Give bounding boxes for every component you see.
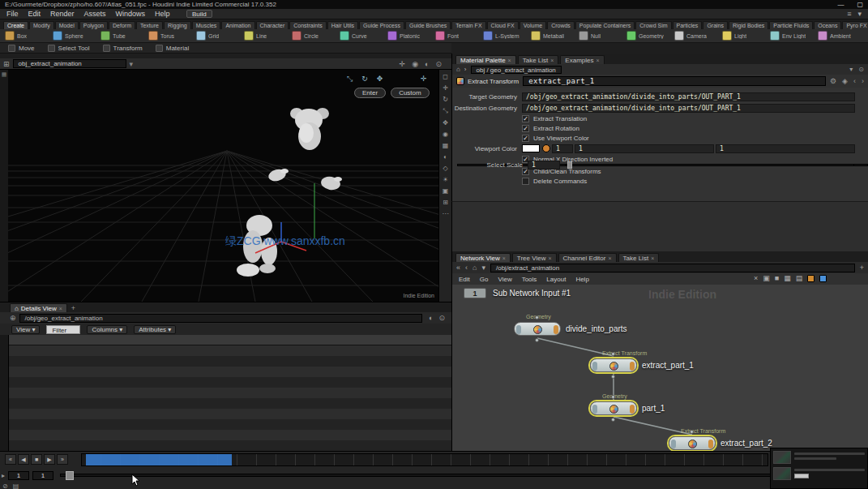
shelf-tab[interactable]: Guide Brushes (405, 21, 451, 29)
frame-start-field[interactable]: 1 (8, 471, 29, 480)
node-display-flag[interactable] (630, 362, 635, 371)
blue-flag-icon[interactable] (819, 275, 827, 282)
shelf-tab[interactable]: Volume (520, 21, 546, 29)
table-row[interactable] (9, 345, 451, 356)
shelf-tab[interactable]: Polygon (79, 21, 108, 29)
menu-item[interactable]: Help (155, 10, 170, 18)
shelf-tab[interactable]: Pyro FX (842, 21, 868, 29)
frame-current-field[interactable]: 1 (32, 471, 53, 480)
node-input-flag[interactable] (592, 405, 597, 414)
close-icon[interactable]: × (596, 58, 599, 63)
node-display-flag[interactable] (554, 325, 558, 334)
timeline-track[interactable] (81, 453, 768, 466)
dropdown-arrow-icon[interactable]: ▾ (481, 264, 485, 272)
shelf-tool[interactable]: Tube (100, 31, 147, 41)
network-node-part_1[interactable]: Geometrypart_1 (590, 401, 637, 415)
color-value-field[interactable]: 1 (575, 144, 714, 153)
pin-icon[interactable]: ⊙ (435, 60, 442, 68)
grid-view-icon[interactable]: ▦ (784, 274, 791, 282)
copy-icon[interactable]: ▣ (763, 274, 770, 282)
node-display-flag[interactable] (708, 440, 713, 448)
shelf-tab[interactable]: Terrain FX (451, 21, 485, 29)
close-icon[interactable]: × (754, 274, 758, 282)
node-input-connector[interactable] (611, 395, 615, 399)
shelf-tool[interactable]: Sphere (53, 31, 99, 41)
shelf-tab[interactable]: Create (3, 21, 28, 29)
close-icon[interactable]: × (548, 255, 551, 261)
shelf-tool[interactable]: Torus (148, 31, 195, 41)
network-menu-item[interactable]: Layout (546, 276, 566, 283)
shelf-tab[interactable]: Populate Containers (575, 21, 635, 29)
grid-icon[interactable]: ⊞ (443, 199, 448, 206)
close-icon[interactable]: × (59, 306, 62, 311)
minimize-button[interactable]: — (837, 1, 844, 8)
shelf-tab[interactable]: Constraints (289, 21, 326, 29)
rotate-handle-icon[interactable]: ↻ (361, 75, 368, 84)
node-output-connector[interactable] (611, 375, 615, 379)
frame-slider[interactable] (60, 474, 814, 477)
jump-start-button[interactable]: « (5, 454, 16, 465)
viewport-context-field[interactable]: obj_extract_animation (13, 59, 126, 68)
table-row[interactable] (9, 419, 451, 430)
scale-icon[interactable]: ⤡ (443, 107, 447, 115)
hamburger-menu-icon[interactable]: ≡ (847, 10, 851, 18)
orange-flag-icon[interactable] (807, 275, 815, 282)
shelf-tool[interactable]: Box (5, 31, 51, 41)
shelf-tab[interactable]: Animation (221, 21, 254, 29)
frame-slider-handle[interactable] (66, 471, 74, 480)
shelf-tool[interactable]: Curve (340, 31, 386, 41)
checkbox[interactable]: ✓ (522, 135, 529, 142)
viewport-menu-icon[interactable]: ⊞ (3, 60, 10, 68)
shelf-tab[interactable]: Grains (703, 21, 728, 29)
shelf-tab[interactable]: Muscles (192, 21, 221, 29)
lock-icon[interactable]: ◈ (842, 77, 848, 85)
details-pane-tab[interactable]: ⌂ Details View × (10, 303, 67, 312)
shelf-tab[interactable]: Oceans (814, 21, 841, 29)
status-row[interactable] (773, 467, 865, 480)
menu-item[interactable]: Assets (84, 10, 106, 18)
shelf-tool[interactable]: Env Light (770, 31, 816, 41)
select-icon[interactable]: ◻ (443, 73, 448, 80)
shelf-tab[interactable]: Rigid Bodies (729, 21, 768, 29)
more-icon[interactable]: ⋯ (443, 210, 449, 217)
rotate-icon[interactable]: ↻ (443, 96, 448, 103)
shelf-tab[interactable]: Cloud FX (487, 21, 519, 29)
desktop-selector[interactable]: Build (186, 10, 212, 18)
shelf-tab[interactable]: Modify (29, 21, 54, 29)
node-name-field[interactable]: extract_part_1 (523, 76, 826, 86)
network-node-divide_into_parts[interactable]: Geometrydivide_into_parts (514, 322, 561, 336)
viewport-pill-button[interactable]: Enter (354, 88, 386, 98)
view-tool-icon[interactable]: ◉ (412, 60, 418, 68)
shelf-tab[interactable]: Hair Utils (327, 21, 358, 29)
close-icon[interactable]: × (651, 255, 654, 261)
view-dropdown[interactable]: View ▾ (11, 325, 40, 334)
network-pane-tab[interactable]: Tree View × (512, 253, 557, 262)
shelf-tab[interactable]: Crowd Sim (635, 21, 671, 29)
network-menu-item[interactable]: Tools (522, 276, 537, 283)
shading-icon[interactable]: ◐ (429, 314, 433, 322)
table-row[interactable] (9, 398, 451, 409)
node-input-flag[interactable] (671, 440, 676, 448)
home-icon[interactable]: ⌂ (456, 66, 460, 73)
network-node-extract_part_1[interactable]: Extract Transformextract_part_1 (590, 358, 637, 372)
node-body[interactable] (514, 322, 561, 336)
close-icon[interactable]: × (608, 255, 611, 261)
play-reverse-button[interactable]: ◀ (18, 454, 29, 465)
close-icon[interactable]: × (502, 255, 506, 261)
timeline-playback-range[interactable] (86, 454, 232, 465)
parameter-pane-tab[interactable]: Examples × (560, 55, 604, 64)
arrow-right-icon[interactable]: › (862, 77, 864, 85)
subnet-input-node[interactable]: 1 (464, 288, 486, 298)
arrow-left-icon[interactable]: ‹ (853, 77, 856, 85)
gear-icon[interactable]: ⚙ (830, 77, 836, 85)
network-graph[interactable]: Indie Edition 1 Sub Network Input #1 Geo… (451, 285, 868, 451)
color-ramp-swatch[interactable] (542, 144, 550, 152)
new-tab-button[interactable]: + (69, 304, 78, 312)
snap-icon[interactable]: ✛ (421, 75, 427, 83)
network-pane-tab[interactable]: Network View × (455, 253, 511, 262)
checkbox[interactable] (522, 178, 529, 185)
pin-icon[interactable]: ⊙ (858, 66, 864, 73)
shading-icon[interactable]: ◐ (443, 153, 447, 161)
range-toggle-icon[interactable]: ▸ (2, 472, 5, 479)
parameter-pane-tab[interactable]: Material Palette × (455, 55, 516, 64)
